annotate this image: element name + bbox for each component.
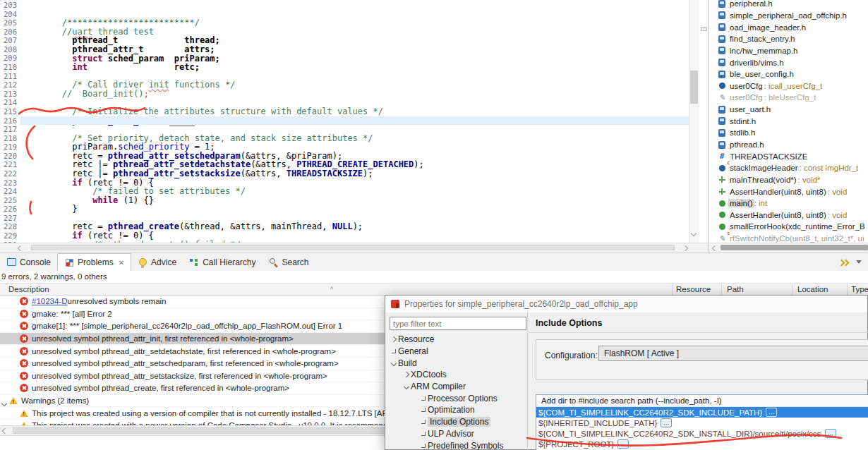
view-tab[interactable]: Problems ✕ (57, 253, 131, 271)
tree-item[interactable]: Processor Options (385, 392, 526, 404)
outline-item[interactable]: smallErrorHook(xdc_runtime_Error_B (709, 221, 868, 233)
code-line[interactable]: 218 retc = pthread_attr_setschedparam(&a… (0, 134, 689, 143)
code-line[interactable]: 210 /* Call driver init functions */ (0, 63, 689, 72)
ellipsis-badge-icon[interactable]: … (825, 429, 836, 438)
code-line[interactable]: 203 /*************************/ (0, 1, 689, 10)
ellipsis-badge-icon[interactable]: … (766, 408, 777, 417)
outline-item[interactable]: stackImageHeader : const imgHdr_t (709, 162, 868, 174)
code-editor[interactable]: 203 /*************************/ 204 //ua… (0, 0, 689, 243)
include-path-list-header[interactable]: Add dir to #include search path (--inclu… (536, 395, 868, 407)
tree-item[interactable]: ULP Advisor (385, 428, 526, 440)
code-line[interactable]: 208 int retc; (0, 45, 689, 54)
include-path-row[interactable]: ${PROJECT_ROOT} … (536, 439, 868, 449)
code-line[interactable]: 213 /* Initialize the attributes structu… (0, 90, 689, 99)
code-line[interactable]: 211 // Board_init(); (0, 72, 689, 81)
code-line[interactable]: 205 pthread_t thread; (0, 18, 689, 28)
outline-item[interactable]: mainThread(void*) : void* (709, 174, 868, 186)
code-line[interactable]: 229 while (1) {} (0, 231, 689, 241)
tree-expand-icon[interactable] (419, 432, 428, 436)
filter-input[interactable] (390, 317, 526, 330)
code-line[interactable]: 221 if (retc != 0) { (0, 160, 689, 169)
code-line[interactable]: 212 (0, 80, 689, 90)
code-line[interactable]: 215 (0, 107, 689, 116)
code-line[interactable]: 227 if (retc != 0) { (0, 214, 689, 223)
view-tab[interactable]: Call Hierarchy (183, 253, 262, 271)
tree-item[interactable]: Resource (385, 334, 526, 346)
column-resource[interactable]: Resource (676, 284, 711, 295)
include-path-row[interactable]: ${COM_TI_SIMPLELINK_CC2640R2_SDK_INCLUDE… (536, 407, 868, 418)
code-line[interactable]: 228 /* pthread_create() failed */ (0, 222, 689, 231)
ellipsis-badge-icon[interactable]: … (617, 439, 629, 449)
code-line[interactable]: 207 struct sched_param priParam; (0, 36, 689, 45)
tree-expand-icon[interactable] (419, 444, 428, 448)
close-icon[interactable]: ✕ (119, 259, 124, 267)
column-path[interactable]: Path (727, 284, 744, 295)
view-tab[interactable]: Console (0, 253, 57, 271)
scroll-left-arrow-icon[interactable] (712, 245, 718, 251)
tree-item[interactable]: XDCtools (385, 369, 526, 381)
view-tab[interactable]: Advice (131, 253, 183, 271)
code-line[interactable]: 209 (0, 54, 689, 63)
dialog-titlebar[interactable]: Properties for simple_peripheral_cc2640r… (385, 296, 867, 312)
error-id-link[interactable]: #10234-D (32, 297, 68, 305)
view-menu-icon[interactable] (854, 257, 864, 267)
tree-item[interactable]: Include Options (385, 416, 526, 428)
outline-item[interactable]: rfSwitchNotifyCb(uint8_t, uint32_t*, ui (709, 233, 868, 243)
problems-horizontal-scrollbar-thumb[interactable] (13, 427, 408, 434)
outline-item[interactable]: oad_image_header.h (709, 21, 868, 33)
overview-ruler-marker[interactable] (701, 27, 707, 31)
tree-item[interactable]: Predefined Symbols (385, 439, 526, 450)
outline-item[interactable]: THREADSTACKSIZE (709, 150, 868, 162)
outline-item[interactable]: user0Cfg : icall_userCfg_t (709, 80, 868, 92)
include-path-row[interactable]: ${COM_TI_SIMPLELINK_CC2640R2_SDK_INSTALL… (536, 428, 868, 439)
code-line[interactable]: 204 //uart thread test (0, 10, 689, 19)
code-line[interactable]: 216 /* Set priority, detach state, and s… (0, 116, 689, 126)
outline-item[interactable]: find_stack_entry.h (709, 33, 868, 45)
code-line[interactable]: 226 retc = pthread_create(&thread, &attr… (0, 205, 689, 214)
scroll-left-arrow-icon[interactable] (18, 245, 23, 251)
code-line[interactable]: 220 retc |= pthread_attr_setstacksize(&a… (0, 152, 689, 161)
configuration-select[interactable]: FlashROM [ Active ] (598, 346, 868, 361)
outline-horizontal-scrollbar-thumb[interactable] (721, 245, 868, 250)
tree-expand-icon[interactable] (419, 420, 428, 424)
tree-item[interactable]: General (385, 346, 526, 358)
code-line[interactable]: 224 } (0, 187, 689, 196)
ellipsis-badge-icon[interactable]: … (661, 418, 672, 427)
focus-on-task-icon[interactable] (838, 257, 848, 267)
editor-vertical-scrollbar[interactable] (689, 0, 699, 243)
outline-item[interactable]: main() : int (709, 197, 868, 209)
tree-item[interactable]: ARM Compiler (385, 381, 526, 393)
tree-item[interactable]: Optimization (385, 404, 526, 416)
outline-item[interactable]: stdint.h (709, 115, 868, 127)
tree-expand-icon[interactable] (390, 337, 398, 341)
editor-vertical-scrollbar-thumb[interactable] (690, 71, 698, 104)
scroll-left-arrow-icon[interactable] (2, 428, 8, 434)
outline-item[interactable]: ble_user_config.h (709, 68, 868, 80)
tree-expand-icon[interactable] (419, 396, 428, 401)
outline-item[interactable]: user_uart.h (709, 104, 868, 116)
tree-expand-icon[interactable] (390, 361, 398, 365)
include-path-row[interactable]: ${INHERITED_INCLUDE_PATH} … (536, 418, 868, 428)
column-description[interactable]: Description (8, 284, 49, 295)
tree-item[interactable]: Build (385, 357, 526, 369)
tree-expand-icon[interactable] (419, 408, 428, 412)
outline-item[interactable]: AssertHandler(uint8, uint8) : void (709, 209, 868, 221)
outline-item[interactable]: pthread.h (709, 139, 868, 151)
column-type[interactable]: Type (851, 284, 868, 295)
view-tab[interactable]: Search (263, 253, 315, 271)
code-line[interactable]: 225 (0, 196, 689, 205)
code-line[interactable]: 217 priParam.sched_priority = 1; (0, 125, 689, 134)
code-line[interactable]: 219 retc |= pthread_attr_setdetachstate(… (0, 142, 689, 152)
expand-arrow-icon[interactable] (2, 399, 6, 407)
outline-item[interactable]: peripheral.h (709, 0, 868, 10)
code-line[interactable]: 223 while (1) {} (0, 178, 689, 188)
outline-item[interactable]: AssertHandler(uint8, uint8) : void (709, 186, 868, 197)
outline-item[interactable]: user0Cfg : bleUserCfg_t (709, 92, 868, 104)
outline-item[interactable]: stdlib.h (709, 127, 868, 139)
code-line[interactable]: 214 pthread_attr_init(&attrs); (0, 98, 689, 107)
outline-item[interactable]: driverlib/vims.h (709, 56, 868, 68)
outline-item[interactable]: simple_peripheral_oad_offchip.h (709, 10, 868, 22)
code-line[interactable]: 206 pthread_attr_t attrs; (0, 28, 689, 37)
code-line[interactable]: 222 /* failed to set attributes */ (0, 169, 689, 178)
column-location[interactable]: Location (797, 284, 828, 295)
